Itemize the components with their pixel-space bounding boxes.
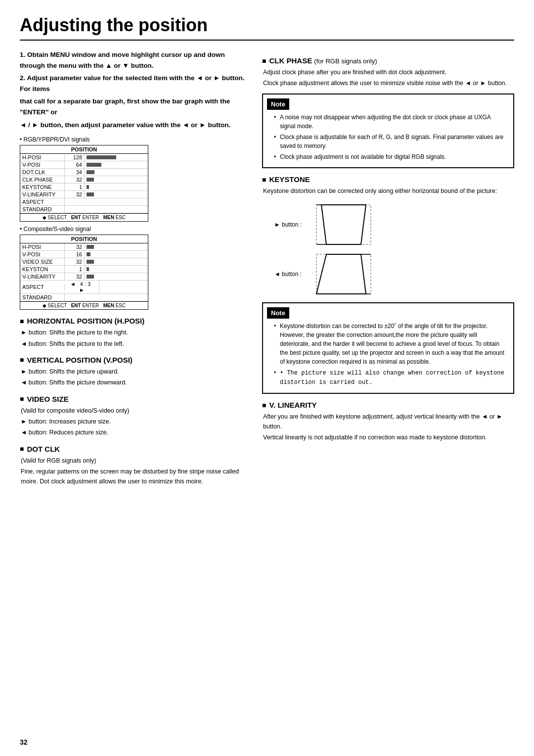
table-row: KEYSTON 1 [20,266,148,273]
video-size-section-title: VIDEO SIZE [20,395,247,403]
keystone-section-body: Keystone distortion can be corrected onl… [263,187,514,196]
table-row: V-POSI 16 [20,251,148,258]
keystone-section-title: KEYSTONE [262,175,514,184]
vposi-section-title: VERTICAL POSITION (V.POSI) [20,356,247,364]
keystone-left-svg [307,252,386,296]
table-row: STANDARD [20,294,148,301]
intro-block: 1. Obtain MENU window and move highlight… [20,49,247,130]
svg-rect-0 [316,205,371,244]
hposi-section-body: ► button: Shifts the picture to the righ… [21,328,247,349]
list-item: • The picture size will also change when… [274,368,507,387]
clk-phase-note-title: Note [267,98,289,110]
intro-step2-line2: that call for a separate bar graph, firs… [20,96,247,117]
table-row: STANDARD [20,206,148,213]
keystone-left-label: ◄ button : [262,271,302,278]
table-row: H-POSI 128 [20,154,148,161]
keystone-right-diagram: ► button : [262,202,514,247]
table-row: V-LINEARITY 32 [20,191,148,198]
table-row: ASPECT ◄ 4 : 3 ► [20,281,148,294]
v-linearity-section-body: After you are finished with keystone adj… [263,412,514,442]
rgb-position-table: POSITION H-POSI 128 V-POSI 64 DOT.CLK 34… [20,145,148,222]
table-row: V-LINEARITY 32 [20,273,148,281]
rgb-table-header: POSITION [20,145,148,154]
keystone-note-list: Keystone distortion can be corrected to … [269,322,507,387]
composite-position-table: POSITION H-POSI 32 V-POSI 16 VIDEO SIZE … [20,235,148,310]
dot-clk-section-body: (Vaild for RGB signals only) Fine, regul… [21,456,247,486]
table-row: CLK PHASE 32 [20,176,148,184]
table-row: V-POSI 64 [20,161,148,169]
video-size-section-body: (Vaild for composite video/S-video only)… [21,406,247,438]
list-item: Clock phase is adjustable for each of R,… [274,133,507,150]
list-item: Keystone distortion can be corrected to … [274,322,507,366]
composite-table-header: POSITION [20,235,148,243]
dot-clk-section-title: DOT CLK [20,445,247,453]
svg-marker-1 [321,205,366,244]
composite-table-footer: ◆ SELECT ENT ENTER MEN ESC [20,301,148,309]
rgb-signal-label: • RGB/YPBPR/DVI signals [20,136,247,143]
page-number: 32 [20,738,28,746]
table-row: H-POSI 32 [20,243,148,251]
clk-phase-note-list: A noise may not disappear when adjusting… [269,113,507,161]
table-row: KEYSTONE 1 [20,184,148,191]
page-title: Adjusting the position [20,15,514,41]
keystone-left-diagram: ◄ button : [262,252,514,296]
table-row: ASPECT [20,198,148,206]
rgb-table-footer: ◆ SELECT ENT ENTER MEN ESC [20,213,148,221]
clk-phase-note: Note A noise may not disappear when adju… [262,94,514,169]
hposi-section-title: HORIZONTAL POSITION (H.POSI) [20,317,247,325]
list-item: Clock phase adjustment is not available … [274,152,507,161]
clk-phase-section-body: Adjust clock phase after you are finishe… [263,68,514,89]
keystone-note-title: Note [267,307,289,319]
keystone-right-svg [307,202,386,247]
keystone-note: Note Keystone distortion can be correcte… [262,302,514,394]
v-linearity-section-title: V. LINEARITY [262,401,514,409]
table-row: VIDEO SIZE 32 [20,258,148,266]
intro-step1: 1. Obtain MENU window and move highlight… [20,49,247,71]
composite-signal-label: • Composite/S-video signal [20,226,247,233]
list-item: A noise may not disappear when adjusting… [274,113,507,131]
vposi-section-body: ► button: Shifts the picture upward. ◄ b… [21,367,247,388]
intro-step2-line1: 2. Adjust parameter value for the select… [20,73,247,94]
intro-step2-line3: ◄ / ► button, then adjust parameter valu… [20,120,247,131]
table-row: DOT.CLK 34 [20,169,148,176]
keystone-right-label: ► button : [262,221,302,228]
keystone-diagrams: ► button : ◄ button : [262,202,514,296]
svg-marker-5 [316,254,366,294]
clk-phase-section-title: CLK PHASE (for RGB signals only) [262,56,514,65]
